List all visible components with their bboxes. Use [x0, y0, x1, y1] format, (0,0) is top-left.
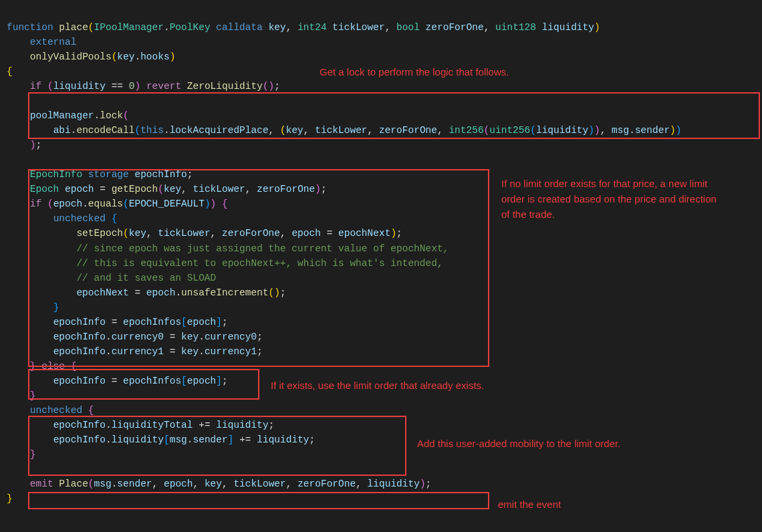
kw-emit: emit: [30, 479, 53, 489]
var: hooks: [140, 51, 170, 62]
highlight-box-new-order: [28, 169, 489, 367]
var: liquidity: [368, 479, 420, 489]
kw-function: function: [7, 22, 53, 33]
var: zeroForOne: [297, 479, 356, 489]
var: key: [205, 479, 222, 489]
var: msg: [94, 479, 112, 489]
kw-revert: revert: [146, 81, 181, 92]
type: PoolKey: [170, 22, 211, 33]
annotation-emit: emit the event: [498, 497, 561, 513]
param: zeroForOne: [426, 22, 484, 33]
event: Place: [59, 479, 88, 489]
type: IPoolManager: [94, 22, 164, 33]
var: tickLower: [233, 479, 285, 489]
annotation-exists: If it exists, use the limit order that a…: [271, 378, 484, 394]
fn-name: place: [59, 22, 88, 33]
kw-if: if: [30, 81, 41, 92]
type: bool: [396, 22, 420, 33]
highlight-box-lock: [28, 92, 760, 139]
highlight-box-unchecked: [28, 416, 406, 476]
highlight-box-emit: [28, 492, 489, 509]
code-block: function place(IPoolManager.PoolKey call…: [7, 5, 755, 532]
annotation-new-order: If no limit order exists for that price,…: [501, 176, 722, 222]
annotation-lock: Get a lock to perform the logic that fol…: [320, 65, 509, 80]
param: key: [269, 22, 286, 33]
param: tickLower: [332, 22, 384, 33]
annotation-add-mobility: Add this user-added mobility to the limi…: [417, 436, 620, 452]
kw: unchecked: [30, 405, 82, 416]
modifier: onlyValidPools: [30, 51, 112, 62]
kw: calldata: [216, 22, 263, 33]
var: liquidity: [53, 81, 106, 92]
kw-external: external: [30, 37, 77, 47]
param: liquidity: [542, 22, 594, 33]
type: int24: [297, 22, 327, 33]
var: sender: [117, 479, 152, 489]
type: uint128: [495, 22, 536, 33]
var: epoch: [164, 479, 193, 489]
var: key: [117, 51, 134, 62]
highlight-box-else: [28, 369, 259, 400]
err: ZeroLiquidity: [187, 81, 263, 92]
